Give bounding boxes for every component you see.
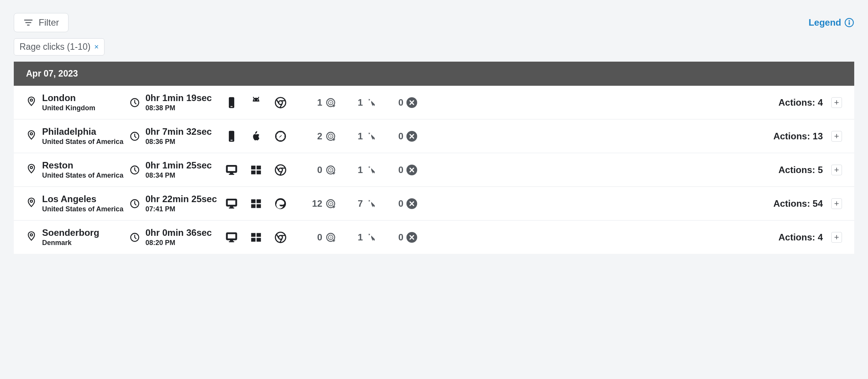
error-metric: 0 [390,198,417,209]
city-label: Reston [42,160,123,171]
windows-os-icon [250,231,263,244]
android-os-icon [250,96,263,109]
actions-count-label: Actions: 5 [778,165,823,175]
mobile-device-icon [225,130,238,143]
edge-browser-icon [274,197,287,210]
rage-click-icon [325,165,336,175]
location-cell: Soenderborg Denmark [26,227,129,247]
dead-click-count: 1 [358,232,363,243]
platform-cell [225,163,309,176]
country-label: Denmark [42,239,99,247]
dead-click-metric: 7 [350,198,377,209]
rage-click-icon [325,97,336,108]
dead-click-metric: 1 [350,165,377,175]
actions-count-label: Actions: 4 [778,232,823,243]
toolbar: Filter Legend [14,13,854,32]
rage-click-icon [325,131,336,142]
error-count: 0 [398,131,403,142]
country-label: United States of America [42,138,123,146]
expand-button[interactable]: + [831,97,842,108]
rage-click-metric: 1 [309,97,336,108]
rage-click-count: 1 [317,97,322,108]
rage-click-count: 2 [317,131,322,142]
rage-click-metric: 2 [309,131,336,142]
rage-click-metric: 0 [309,165,336,175]
chip-remove-icon[interactable]: × [94,42,99,51]
city-label: London [42,93,95,103]
expand-button[interactable]: + [831,131,842,142]
error-icon [406,97,417,108]
info-icon [844,18,854,28]
chrome-browser-icon [274,231,287,244]
mobile-device-icon [225,96,238,109]
clock-icon [129,165,140,175]
session-list: Apr 07, 2023 London United Kingdom 0hr 1… [14,62,854,254]
dead-click-icon [366,165,377,175]
session-row[interactable]: Soenderborg Denmark 0hr 0min 36sec 08:20… [14,221,854,254]
time-label: 07:41 PM [145,205,217,213]
chip-label: Rage clicks (1-10) [20,42,90,52]
location-pin-icon [26,163,37,176]
expand-button[interactable]: + [831,232,842,243]
metrics-cell: 0 1 0 [309,232,424,243]
duration-label: 0hr 7min 32sec [145,126,212,137]
actions-cell: Actions: 4 + [778,232,842,243]
windows-os-icon [250,163,263,176]
dead-click-metric: 1 [350,131,377,142]
duration-label: 0hr 0min 36sec [145,227,212,238]
platform-cell [225,96,309,109]
rage-click-metric: 12 [309,198,336,209]
apple-os-icon [250,130,263,143]
error-count: 0 [398,165,403,175]
actions-cell: Actions: 5 + [778,165,842,175]
filter-chip-rage-clicks[interactable]: Rage clicks (1-10) × [14,38,104,56]
filter-chips: Rage clicks (1-10) × [14,38,854,56]
desktop-device-icon [225,231,238,244]
error-metric: 0 [390,131,417,142]
error-icon [406,131,417,142]
legend-button[interactable]: Legend [809,17,854,28]
filter-button[interactable]: Filter [14,13,69,32]
metrics-cell: 2 1 0 [309,131,424,142]
platform-cell [225,130,309,143]
city-label: Soenderborg [42,227,99,238]
duration-cell: 0hr 1min 19sec 08:38 PM [129,93,225,112]
session-row[interactable]: London United Kingdom 0hr 1min 19sec 08:… [14,86,854,119]
expand-button[interactable]: + [831,165,842,175]
metrics-cell: 12 7 0 [309,198,424,209]
session-row[interactable]: Los Angeles United States of America 0hr… [14,187,854,221]
dead-click-icon [366,131,377,142]
dead-click-count: 1 [358,165,363,175]
expand-button[interactable]: + [831,198,842,209]
error-icon [406,232,417,243]
time-label: 08:34 PM [145,172,212,180]
duration-cell: 0hr 22min 25sec 07:41 PM [129,194,225,213]
desktop-device-icon [225,197,238,210]
metrics-cell: 0 1 0 [309,165,424,175]
session-row[interactable]: Reston United States of America 0hr 1min… [14,153,854,187]
error-metric: 0 [390,232,417,243]
error-icon [406,165,417,175]
platform-cell [225,231,309,244]
location-cell: Los Angeles United States of America [26,194,129,213]
error-count: 0 [398,198,403,209]
location-pin-icon [26,130,37,143]
error-count: 0 [398,97,403,108]
dead-click-icon [366,232,377,243]
duration-label: 0hr 1min 25sec [145,160,212,171]
chrome-browser-icon [274,163,287,176]
session-row[interactable]: Philadelphia United States of America 0h… [14,119,854,153]
date-group-header: Apr 07, 2023 [14,62,854,86]
duration-label: 0hr 22min 25sec [145,194,217,204]
actions-cell: Actions: 13 + [773,131,842,142]
location-pin-icon [26,231,37,244]
dead-click-metric: 1 [350,232,377,243]
duration-cell: 0hr 7min 32sec 08:36 PM [129,126,225,146]
time-label: 08:20 PM [145,239,212,247]
dead-click-metric: 1 [350,97,377,108]
dead-click-count: 1 [358,131,363,142]
duration-label: 0hr 1min 19sec [145,93,212,103]
error-icon [406,198,417,209]
city-label: Los Angeles [42,194,123,204]
location-cell: Reston United States of America [26,160,129,180]
